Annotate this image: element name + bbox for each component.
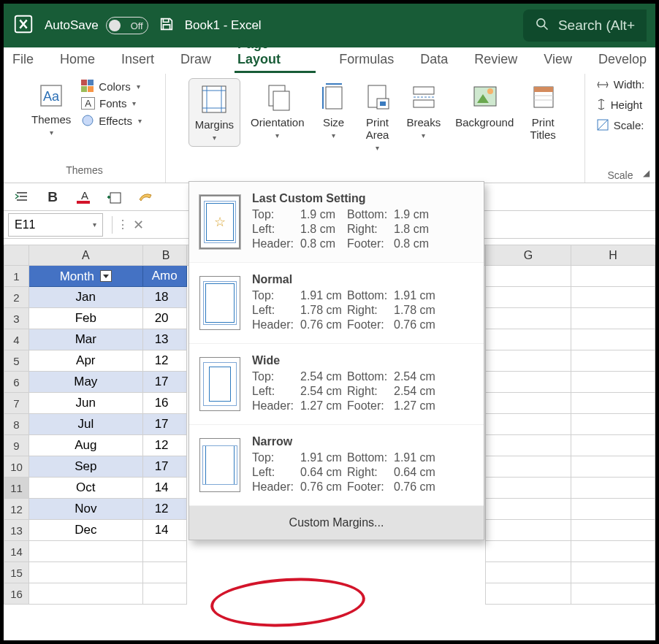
cell[interactable]: 14 <box>142 478 186 499</box>
cell[interactable] <box>571 520 655 541</box>
cell[interactable] <box>485 456 571 478</box>
margin-preset-narrow[interactable]: Narrow Top:1.91 cmBottom:1.91 cm Left:0.… <box>189 425 484 506</box>
cell[interactable] <box>485 478 571 499</box>
cell[interactable] <box>485 350 571 372</box>
margin-preset-normal[interactable]: Normal Top:1.91 cmBottom:1.91 cm Left:1.… <box>189 263 484 344</box>
row-header[interactable]: 6 <box>4 372 29 393</box>
margin-preset-wide[interactable]: Wide Top:2.54 cmBottom:2.54 cm Left:2.54… <box>189 344 484 425</box>
cell[interactable] <box>571 287 655 308</box>
cancel-formula-icon[interactable]: ✕ <box>129 217 148 233</box>
margins-button[interactable]: Margins▾ <box>188 78 240 147</box>
row-header[interactable]: 2 <box>4 287 29 308</box>
cell[interactable] <box>571 435 655 456</box>
cell[interactable] <box>28 583 142 605</box>
cell[interactable]: 12 <box>142 499 186 520</box>
insert-cells-icon[interactable] <box>106 189 122 205</box>
cell[interactable] <box>485 499 571 520</box>
cell[interactable] <box>485 329 571 350</box>
filter-icon[interactable] <box>100 270 112 282</box>
cell[interactable] <box>571 329 655 350</box>
cell[interactable] <box>571 583 655 605</box>
cell[interactable]: Jul <box>28 414 142 435</box>
cell[interactable] <box>571 266 655 287</box>
tab-view[interactable]: View <box>541 47 575 73</box>
tab-file[interactable]: File <box>9 47 37 73</box>
cell[interactable]: 17 <box>142 414 186 435</box>
cell[interactable]: 20 <box>142 308 186 329</box>
cell[interactable] <box>571 499 655 520</box>
cell[interactable]: 17 <box>142 456 186 478</box>
column-header-g[interactable]: G <box>485 245 571 266</box>
increase-indent-icon[interactable] <box>14 189 30 205</box>
cell[interactable]: 12 <box>142 435 186 456</box>
cell[interactable] <box>142 541 186 562</box>
cell[interactable]: Oct <box>28 478 142 499</box>
save-icon[interactable] <box>159 16 175 36</box>
scale-width[interactable]: Width: <box>596 78 645 91</box>
orientation-button[interactable]: Orientation▾ <box>246 78 308 142</box>
tab-developer[interactable]: Develop <box>595 47 650 73</box>
cell[interactable] <box>485 520 571 541</box>
print-titles-button[interactable]: Print Titles <box>524 78 562 144</box>
row-header[interactable]: 15 <box>4 562 29 583</box>
tab-draw[interactable]: Draw <box>178 47 214 73</box>
table-header-amount[interactable]: Amo <box>142 266 186 287</box>
custom-margins-button[interactable]: Custom Margins... <box>189 506 484 540</box>
breaks-button[interactable]: Breaks▾ <box>402 78 445 142</box>
cell[interactable] <box>485 541 571 562</box>
page-setup-launcher[interactable]: ◢ <box>643 168 650 178</box>
cell[interactable]: Aug <box>28 435 142 456</box>
cell[interactable] <box>28 562 142 583</box>
select-all-corner[interactable] <box>4 245 29 266</box>
row-header[interactable]: 10 <box>4 456 29 478</box>
cell[interactable] <box>142 583 186 605</box>
fonts-button[interactable]: A Fonts▾ <box>81 97 136 110</box>
margin-preset-last-custom-setting[interactable]: ☆ Last Custom Setting Top:1.9 cmBottom:1… <box>189 182 484 263</box>
cell[interactable] <box>485 414 571 435</box>
search-box[interactable]: Search (Alt+ <box>523 9 647 42</box>
cell[interactable]: Apr <box>28 350 142 372</box>
cell[interactable] <box>142 562 186 583</box>
cell[interactable]: Sep <box>28 456 142 478</box>
cell[interactable] <box>485 266 571 287</box>
effects-button[interactable]: Effects▾ <box>81 114 142 127</box>
cell[interactable]: 12 <box>142 350 186 372</box>
cell[interactable] <box>485 372 571 393</box>
cell[interactable] <box>571 562 655 583</box>
column-header-b[interactable]: B <box>142 245 186 266</box>
tab-data[interactable]: Data <box>417 47 451 73</box>
cell[interactable] <box>485 562 571 583</box>
cell[interactable] <box>485 287 571 308</box>
row-header[interactable]: 3 <box>4 308 29 329</box>
cell[interactable] <box>485 393 571 414</box>
row-header[interactable]: 5 <box>4 350 29 372</box>
cell[interactable] <box>28 541 142 562</box>
tab-formulas[interactable]: Formulas <box>336 47 397 73</box>
format-painter-icon[interactable] <box>137 189 153 205</box>
cell[interactable]: Feb <box>28 308 142 329</box>
colors-button[interactable]: Colors▾ <box>81 80 140 93</box>
row-header[interactable]: 7 <box>4 393 29 414</box>
autosave-switch[interactable]: Off <box>106 17 148 34</box>
cell[interactable] <box>485 583 571 605</box>
cell[interactable] <box>571 308 655 329</box>
column-header-h[interactable]: H <box>571 245 655 266</box>
cell[interactable] <box>571 414 655 435</box>
bold-button[interactable]: B <box>45 189 61 205</box>
tab-home[interactable]: Home <box>57 47 98 73</box>
tab-page-layout[interactable]: Page Layout <box>235 32 316 73</box>
cell[interactable]: Jun <box>28 393 142 414</box>
cell[interactable] <box>485 308 571 329</box>
cell[interactable] <box>571 456 655 478</box>
autosave-toggle[interactable]: AutoSave Off <box>45 17 148 34</box>
cell[interactable]: Jan <box>28 287 142 308</box>
cell[interactable]: Mar <box>28 329 142 350</box>
cell[interactable] <box>571 541 655 562</box>
scale-scale[interactable]: Scale: <box>596 118 644 131</box>
row-header[interactable]: 14 <box>4 541 29 562</box>
cell[interactable]: Dec <box>28 520 142 541</box>
cell[interactable] <box>571 478 655 499</box>
table-header-month[interactable]: Month <box>28 266 142 287</box>
cell[interactable] <box>571 393 655 414</box>
column-header-a[interactable]: A <box>28 245 142 266</box>
